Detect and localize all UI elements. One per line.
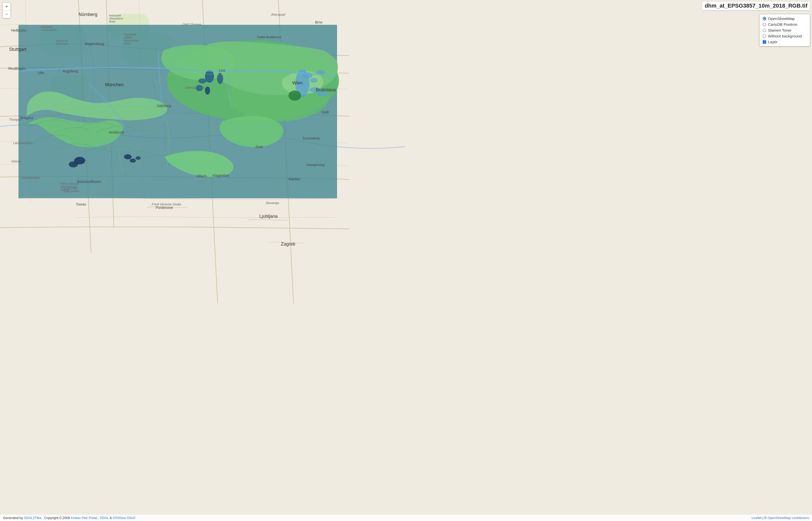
zoom-in-button[interactable]: + bbox=[3, 3, 10, 10]
overlay-layer-label: Layer bbox=[768, 40, 777, 44]
zoom-controls: + − bbox=[2, 2, 10, 18]
attribution-pipe: | © bbox=[763, 516, 768, 520]
basemap-stamen-radio[interactable] bbox=[763, 28, 766, 32]
attribution-klokan-link[interactable]: Klokan Petr Pridal bbox=[71, 516, 97, 520]
svg-point-12 bbox=[198, 78, 206, 84]
basemap-nobg-radio[interactable] bbox=[763, 35, 766, 38]
svg-point-24 bbox=[288, 91, 301, 101]
basemap-nobg-label: Without background bbox=[768, 34, 802, 38]
attribution-amp: & bbox=[110, 516, 113, 520]
basemap-osm-label: OpenStreetMap bbox=[768, 17, 795, 21]
overlay-layer-item[interactable]: Layer bbox=[763, 40, 807, 44]
attribution-gdal2tiles-link[interactable]: GDAL2Tiles bbox=[24, 516, 42, 520]
attribution-copyright-text: , Copyright © 2008 bbox=[43, 516, 71, 520]
basemap-cartodb-radio[interactable] bbox=[763, 23, 766, 26]
attribution-gdal-link[interactable]: GDAL bbox=[100, 516, 109, 520]
svg-point-21 bbox=[124, 154, 132, 159]
attribution-osm-link[interactable]: OpenStreetMap contributors bbox=[768, 516, 809, 520]
attribution-osgeo-link[interactable]: OSSGeo GSoC bbox=[113, 516, 136, 520]
basemap-nobg-item[interactable]: Without background bbox=[763, 34, 807, 38]
map-title: dhm_at_EPSG3857_10m_2018_RGB.tif bbox=[702, 1, 810, 10]
map-svg bbox=[0, 0, 812, 521]
svg-point-18 bbox=[316, 91, 329, 97]
basemap-cartodb-label: CartoDB Positron bbox=[768, 22, 797, 26]
map-container: + − dhm_at_EPSG3857_10m_2018_RGB.tif Ope… bbox=[0, 0, 812, 521]
basemap-stamen-label: Stamen Toner bbox=[768, 28, 791, 32]
layer-control-panel: OpenStreetMap CartoDB Positron Stamen To… bbox=[760, 14, 810, 46]
svg-point-23 bbox=[136, 156, 141, 160]
svg-point-11 bbox=[196, 85, 203, 91]
attribution-generated-text: Generated by bbox=[3, 516, 24, 520]
svg-point-22 bbox=[130, 159, 136, 163]
attribution-leaflet-link[interactable]: Leaflet bbox=[752, 516, 762, 520]
svg-point-20 bbox=[69, 161, 78, 167]
overlay-layer-checkbox[interactable] bbox=[763, 40, 766, 44]
attribution-sep1: , bbox=[98, 516, 100, 520]
zoom-out-button[interactable]: − bbox=[3, 10, 10, 18]
basemap-stamen-item[interactable]: Stamen Toner bbox=[763, 28, 807, 32]
attribution-right: Leaflet | © OpenStreetMap contributors bbox=[752, 516, 809, 520]
attribution-bar: Generated by GDAL2Tiles , Copyright © 20… bbox=[0, 515, 812, 521]
attribution-left: Generated by GDAL2Tiles , Copyright © 20… bbox=[3, 516, 136, 520]
basemap-osm-radio[interactable] bbox=[763, 17, 766, 21]
svg-point-10 bbox=[205, 87, 210, 95]
basemap-cartodb-item[interactable]: CartoDB Positron bbox=[763, 22, 807, 26]
svg-point-16 bbox=[316, 70, 325, 74]
basemap-osm-item[interactable]: OpenStreetMap bbox=[763, 17, 807, 21]
